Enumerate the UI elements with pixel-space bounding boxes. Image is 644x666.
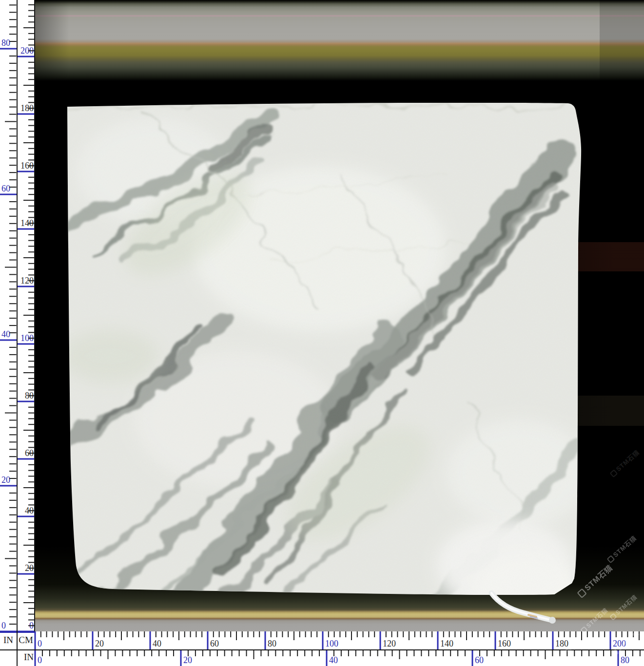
watermark-logo-icon [610,470,618,478]
slab-strap [482,587,569,628]
watermark-text: STM石猫 [614,448,641,474]
slab-grain [66,103,582,596]
cm-tick-label: 40 [153,639,161,648]
in-tick-label: 60 [475,655,484,665]
in-tick-label: 0 [38,655,42,665]
in-tick-label: 40 [329,655,338,665]
cm-tick-label: 0 [38,639,42,648]
watermark: STM石猫 [608,448,641,479]
ruler-corner: IN CM IN [0,631,35,666]
slab-scanner-view: 020406080100120140160180200020406080 020… [0,0,644,666]
left-ruler: 020406080100120140160180200020406080 [0,0,35,631]
bottom-ruler: 020406080100120140160180200020406080 [0,631,644,666]
scanner-streak-band-top [35,0,644,81]
cm-tick-label: 20 [95,639,104,648]
cm-tick-label: 60 [210,639,219,648]
cm-tick-label: 140 [440,639,453,648]
in-tick-label: 80 [621,655,629,665]
cm-tick-label: 160 [498,639,511,648]
in-tick-label: 40 [1,329,10,339]
cm-tick-label: 100 [325,639,338,648]
corner-label-in-row: IN [18,650,34,665]
corner-label-in-column: IN [0,631,17,649]
ruler-divider-vertical-1 [17,0,18,666]
streak-fade-right [600,0,644,81]
in-tick-label: 20 [183,655,192,665]
in-tick-label: 60 [1,184,10,193]
corner-label-cm: CM [18,631,34,649]
cm-tick-label: 80 [268,639,276,648]
marble-slab-image [66,103,582,596]
streak-fade-left [35,0,69,81]
in-tick-label: 80 [1,38,10,48]
cm-tick-label: 120 [383,639,396,648]
in-tick-label: 0 [1,621,6,630]
ruler-divider-vertical-2 [34,0,35,631]
in-tick-label: 20 [1,475,10,485]
